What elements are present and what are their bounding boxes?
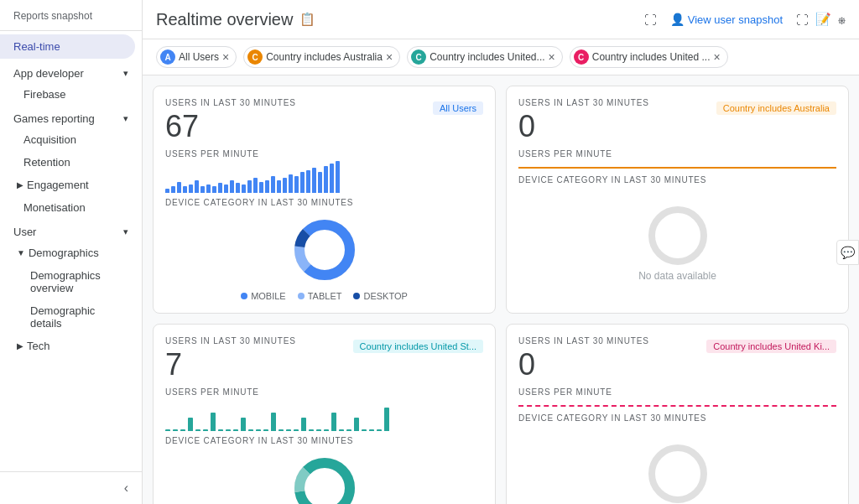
donut-chart-3: MOBILE 85.7% TABLET 14.3% — [165, 450, 483, 504]
share-icon[interactable]: ⎈ — [838, 13, 846, 27]
per-min-label-2: USERS PER MINUTE — [518, 149, 836, 158]
chevron-engagement-icon: ▶ — [17, 180, 23, 190]
person-icon: 👤 — [670, 13, 685, 26]
feedback-icon[interactable]: 💬 — [836, 240, 859, 265]
filter-chip-uk[interactable]: C Country includes United ... × — [570, 46, 728, 68]
content-area: USERS IN LAST 30 MINUTES 67 All Users US… — [143, 75, 859, 504]
bar-chart-1 — [165, 161, 483, 193]
card-all-users: USERS IN LAST 30 MINUTES 67 All Users US… — [153, 86, 496, 314]
edit-icon[interactable]: 📋 — [299, 12, 315, 27]
collapse-icon: ‹ — [124, 481, 128, 496]
main-content: Realtime overview 📋 ⛶ 👤 View user snapsh… — [143, 0, 859, 504]
users-label-1: USERS IN LAST 30 MINUTES — [165, 98, 296, 107]
device-label-2: DEVICE CATEGORY IN LAST 30 MINUTES — [518, 175, 836, 184]
chip-letter-a: A — [160, 49, 175, 65]
sidebar-item-engagement[interactable]: ▶ Engagement — [0, 174, 142, 196]
note-icon[interactable]: 📝 — [815, 12, 831, 27]
filter-bar: A All Users × C Country includes Austral… — [143, 39, 859, 75]
no-data-text-2: No data available — [638, 270, 716, 282]
chevron-up-icon: ▾ — [123, 68, 128, 79]
sidebar-item-demographics-overview[interactable]: Demographics overview — [0, 264, 142, 299]
chip-label-uk: Country includes United ... — [592, 51, 711, 63]
close-chip-all-users[interactable]: × — [222, 50, 229, 64]
device-label-1: DEVICE CATEGORY IN LAST 30 MINUTES — [165, 198, 483, 207]
per-min-label-4: USERS PER MINUTE — [518, 387, 836, 397]
card-tag-australia: Country includes Australia — [716, 101, 836, 115]
cards-grid: USERS IN LAST 30 MINUTES 67 All Users US… — [153, 86, 849, 504]
sidebar-item-demographic-details[interactable]: Demographic details — [0, 299, 142, 335]
device-label-3: DEVICE CATEGORY IN LAST 30 MINUTES — [165, 436, 483, 445]
card-tag-uk: Country includes United Ki... — [706, 340, 836, 353]
chip-label-all-users: All Users — [179, 51, 219, 63]
filter-chip-australia[interactable]: C Country includes Australia × — [243, 46, 400, 68]
donut-chart-1: MOBILE TABLET DESKTOP — [165, 212, 483, 301]
topbar: Realtime overview 📋 ⛶ 👤 View user snapsh… — [143, 0, 859, 39]
per-min-label-3: USERS PER MINUTE — [165, 387, 483, 397]
card-australia: USERS IN LAST 30 MINUTES 0 Country inclu… — [506, 86, 849, 314]
sidebar-section-app-developer[interactable]: App developer ▾ — [0, 60, 142, 83]
legend-mobile-1: MOBILE — [241, 291, 286, 301]
close-chip-us[interactable]: × — [549, 50, 555, 64]
bar-chart-3 — [165, 399, 483, 431]
card-us: USERS IN LAST 30 MINUTES 7 Country inclu… — [153, 324, 496, 504]
chip-letter-c2: C — [411, 49, 426, 65]
legend-desktop-1: DESKTOP — [353, 291, 407, 301]
sidebar-section-user[interactable]: User ▾ — [0, 219, 142, 242]
chip-label-australia: Country includes Australia — [266, 51, 383, 63]
card-tag-us: Country includes United St... — [353, 340, 483, 353]
chip-letter-c1: C — [247, 49, 263, 65]
sidebar-item-firebase[interactable]: Firebase — [0, 83, 142, 106]
users-value-3: 7 — [165, 347, 296, 382]
expand-icon[interactable]: ⛶ — [644, 13, 657, 27]
view-snapshot-button[interactable]: 👤 View user snapshot — [664, 8, 789, 30]
card-uk: USERS IN LAST 30 MINUTES 0 Country inclu… — [506, 324, 849, 504]
chip-label-us: Country includes United... — [430, 51, 544, 63]
chevron-games-icon: ▾ — [123, 113, 128, 124]
users-value-1: 67 — [165, 109, 296, 144]
sidebar-section-games[interactable]: Games reporting ▾ — [0, 106, 142, 128]
close-chip-australia[interactable]: × — [386, 50, 393, 64]
sidebar-item-retention[interactable]: Retention — [0, 151, 142, 174]
filter-chip-all-users[interactable]: A All Users × — [156, 46, 237, 68]
page-title: Realtime overview — [156, 10, 293, 29]
no-data-4: No data available — [518, 428, 836, 504]
legend-tablet-1: TABLET — [298, 291, 342, 301]
topbar-actions: ⛶ 👤 View user snapshot ⛶ 📝 ⎈ — [644, 8, 846, 30]
sidebar-item-acquisition[interactable]: Acquisition — [0, 128, 142, 151]
chevron-demographics-icon: ▼ — [17, 248, 25, 257]
sidebar: Reports snapshot Real-time App developer… — [0, 0, 143, 504]
page-title-area: Realtime overview 📋 — [156, 10, 315, 29]
sidebar-item-demographics[interactable]: ▼ Demographics — [0, 242, 142, 264]
sidebar-item-monetisation[interactable]: Monetisation — [0, 196, 142, 219]
close-chip-uk[interactable]: × — [713, 50, 720, 64]
no-data-2: No data available — [518, 190, 836, 299]
chevron-tech-icon: ▶ — [17, 341, 23, 351]
sidebar-item-realtime[interactable]: Real-time — [0, 34, 135, 59]
sidebar-header: Reports snapshot — [0, 0, 142, 31]
users-value-2: 0 — [518, 109, 649, 144]
users-label-2: USERS IN LAST 30 MINUTES — [518, 98, 649, 107]
filter-chip-us[interactable]: C Country includes United... × — [407, 46, 563, 68]
fullscreen-icon[interactable]: ⛶ — [796, 13, 809, 27]
sidebar-collapse[interactable]: ‹ — [0, 471, 142, 504]
chip-letter-c3: C — [574, 49, 589, 65]
chevron-user-icon: ▾ — [123, 226, 128, 237]
users-label-4: USERS IN LAST 30 MINUTES — [518, 336, 649, 346]
device-label-4: DEVICE CATEGORY IN LAST 30 MINUTES — [518, 413, 836, 423]
sidebar-item-tech[interactable]: ▶ Tech — [0, 335, 142, 357]
card-tag-all-users: All Users — [433, 101, 483, 115]
users-label-3: USERS IN LAST 30 MINUTES — [165, 336, 296, 346]
users-value-4: 0 — [518, 347, 649, 382]
per-min-label-1: USERS PER MINUTE — [165, 149, 483, 158]
